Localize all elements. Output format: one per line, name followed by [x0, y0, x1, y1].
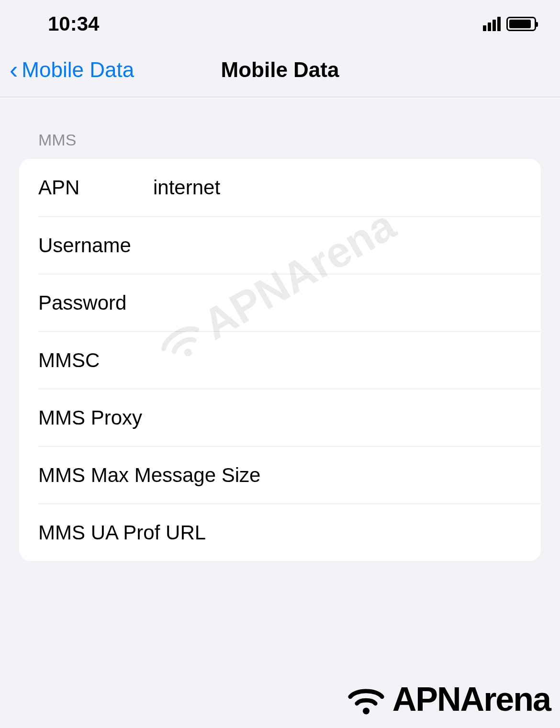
label-mms-max-size: MMS Max Message Size — [38, 464, 290, 487]
status-bar: 10:34 — [0, 0, 560, 43]
cellular-signal-icon — [483, 17, 501, 31]
section-header-mms: MMS — [0, 97, 560, 159]
settings-group-mms: APN internet Username Password MMSC MMS … — [19, 159, 541, 561]
navigation-bar: ‹ Mobile Data Mobile Data — [0, 43, 560, 97]
label-mms-proxy: MMS Proxy — [38, 406, 290, 429]
row-mms-proxy[interactable]: MMS Proxy — [38, 389, 541, 446]
label-apn: APN — [38, 176, 153, 199]
row-apn[interactable]: APN internet — [19, 159, 541, 216]
status-time: 10:34 — [48, 12, 99, 35]
back-button[interactable]: ‹ Mobile Data — [10, 57, 134, 82]
label-mms-ua-prof: MMS UA Prof URL — [38, 521, 290, 544]
row-mmsc[interactable]: MMSC — [38, 331, 541, 389]
value-apn: internet — [153, 176, 541, 199]
battery-icon — [506, 17, 536, 31]
status-indicators — [483, 17, 536, 31]
back-label: Mobile Data — [22, 58, 134, 82]
label-username: Username — [38, 234, 153, 257]
svg-point-0 — [363, 708, 370, 715]
watermark-bottom: APNArena — [345, 680, 550, 718]
watermark-text: APNArena — [392, 680, 550, 718]
wifi-icon — [345, 683, 388, 716]
row-password[interactable]: Password — [38, 274, 541, 331]
row-username[interactable]: Username — [38, 216, 541, 274]
page-title: Mobile Data — [221, 58, 339, 82]
row-mms-ua-prof[interactable]: MMS UA Prof URL — [38, 504, 541, 561]
label-mmsc: MMSC — [38, 349, 153, 372]
chevron-left-icon: ‹ — [10, 57, 18, 82]
label-password: Password — [38, 291, 153, 314]
row-mms-max-size[interactable]: MMS Max Message Size — [38, 446, 541, 504]
